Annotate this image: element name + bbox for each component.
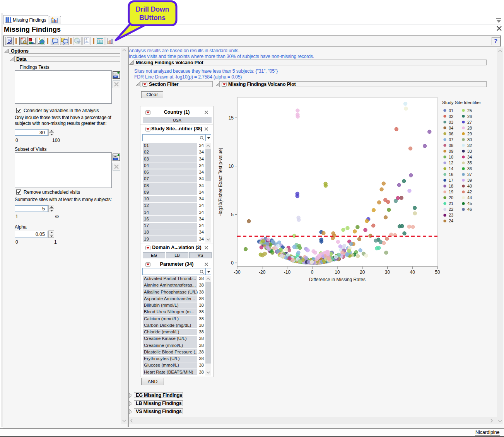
svg-text:A: A bbox=[85, 38, 87, 41]
svg-text:04: 04 bbox=[449, 126, 453, 130]
svg-text:21: 21 bbox=[449, 201, 453, 206]
svg-text:BUttons: BUttons bbox=[139, 14, 166, 22]
svg-text:10: 10 bbox=[449, 155, 453, 159]
svg-text:08: 08 bbox=[449, 143, 453, 148]
svg-text:44: 44 bbox=[467, 195, 472, 200]
svg-text:19: 19 bbox=[449, 189, 453, 194]
svg-text:09: 09 bbox=[449, 149, 453, 154]
svg-text:34: 34 bbox=[467, 155, 472, 159]
svg-text:22: 22 bbox=[449, 207, 453, 212]
svg-text:Study Site Identifier: Study Site Identifier bbox=[442, 100, 481, 105]
svg-text:0: 0 bbox=[311, 270, 314, 275]
svg-text:26: 26 bbox=[467, 114, 472, 119]
svg-text:-log10(Fisher Exact Test p-val: -log10(Fisher Exact Test p-value) bbox=[218, 148, 223, 216]
svg-text:Drill Down: Drill Down bbox=[136, 5, 169, 13]
svg-text:32: 32 bbox=[467, 143, 472, 148]
svg-text:-20: -20 bbox=[259, 270, 266, 275]
svg-text:02: 02 bbox=[449, 114, 453, 119]
svg-text:24: 24 bbox=[449, 218, 453, 223]
svg-text:-30: -30 bbox=[234, 270, 241, 275]
svg-text:35: 35 bbox=[467, 160, 472, 165]
svg-text:33: 33 bbox=[467, 149, 472, 154]
svg-text:23: 23 bbox=[449, 213, 453, 217]
svg-text:0: 0 bbox=[231, 260, 234, 266]
svg-text:10: 10 bbox=[229, 164, 234, 169]
svg-text:07: 07 bbox=[449, 137, 453, 142]
svg-text:25: 25 bbox=[467, 108, 472, 113]
svg-text:20: 20 bbox=[449, 195, 453, 200]
svg-text:06: 06 bbox=[449, 131, 453, 136]
svg-text:16: 16 bbox=[449, 172, 453, 177]
svg-text:12: 12 bbox=[449, 160, 453, 165]
svg-text:37: 37 bbox=[467, 172, 472, 177]
svg-text:29: 29 bbox=[467, 131, 472, 136]
svg-text:Difference in Missing Rates: Difference in Missing Rates bbox=[309, 277, 366, 282]
svg-text:46: 46 bbox=[467, 207, 472, 212]
svg-text:20: 20 bbox=[360, 270, 365, 275]
svg-text:5: 5 bbox=[231, 212, 234, 217]
svg-text:18: 18 bbox=[449, 184, 453, 188]
svg-text:40: 40 bbox=[410, 270, 415, 275]
svg-text:45: 45 bbox=[467, 201, 472, 206]
svg-text:36: 36 bbox=[467, 166, 472, 171]
svg-text:03: 03 bbox=[449, 120, 453, 125]
svg-text:01: 01 bbox=[449, 108, 453, 113]
svg-text:10: 10 bbox=[335, 270, 340, 275]
svg-text:14: 14 bbox=[449, 166, 453, 171]
svg-text:28: 28 bbox=[467, 126, 472, 130]
svg-text:17: 17 bbox=[449, 178, 453, 183]
svg-text:15: 15 bbox=[229, 115, 234, 121]
svg-text:50: 50 bbox=[435, 270, 440, 275]
svg-text:39: 39 bbox=[467, 178, 472, 183]
svg-text:27: 27 bbox=[467, 120, 472, 125]
svg-text:30: 30 bbox=[467, 137, 472, 142]
svg-text:30: 30 bbox=[385, 270, 390, 275]
svg-text:40: 40 bbox=[467, 184, 472, 188]
svg-text:42: 42 bbox=[467, 189, 472, 194]
svg-text:-10: -10 bbox=[284, 270, 291, 275]
